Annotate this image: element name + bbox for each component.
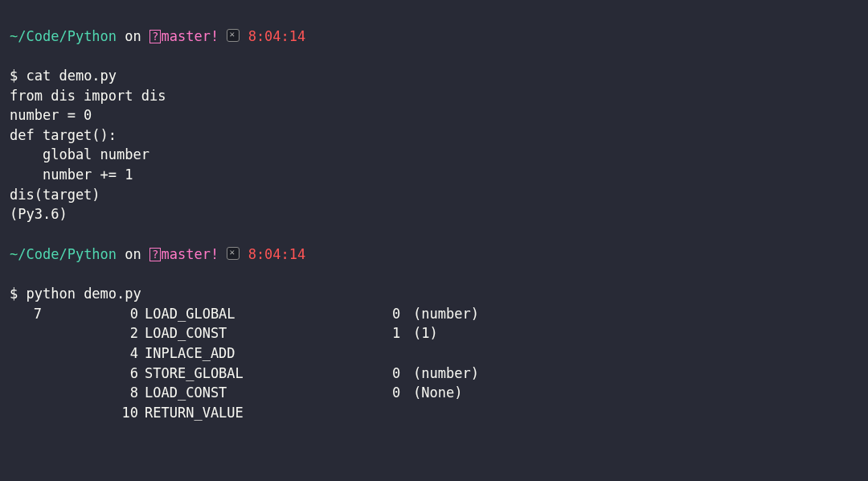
dis-offset: 6 (48, 364, 145, 384)
prompt-time: 8:04:14 (248, 246, 306, 262)
command-text: python demo.py (26, 286, 141, 302)
command-text: cat demo.py (26, 68, 117, 84)
dis-opname: LOAD_GLOBAL (145, 304, 392, 324)
prompt-tilde: ~ (10, 28, 18, 44)
dis-offset: 2 (48, 323, 145, 343)
file-line: dis(target) (10, 185, 858, 205)
branch-status-icon: ? (149, 248, 161, 261)
shell-prompt-1: ~/Code/Python on ?master! 8:04:14 (10, 6, 858, 46)
prompt-dollar: $ (10, 68, 26, 84)
dis-row: 10 RETURN_VALUE (10, 403, 858, 423)
dis-lineno (10, 364, 48, 384)
dis-row: 8 LOAD_CONST 0 (None) (10, 383, 858, 403)
file-line: (Py3.6) (10, 204, 858, 224)
file-line: from dis import dis (10, 86, 858, 106)
prompt-dollar: $ (10, 286, 26, 302)
dis-argval (408, 343, 413, 364)
dis-opname: LOAD_CONST (145, 383, 392, 403)
dis-offset: 10 (48, 403, 145, 423)
prompt-on: on (117, 246, 149, 262)
dis-offset: 0 (48, 304, 145, 324)
clock-icon (227, 247, 240, 260)
dis-offset: 4 (48, 343, 145, 364)
dis-lineno: 7 (10, 304, 48, 324)
dis-arg (392, 343, 408, 364)
dis-arg: 0 (392, 364, 408, 384)
dis-argval: (None) (408, 383, 462, 403)
dis-arg (392, 403, 408, 423)
file-line: def target(): (10, 125, 858, 146)
dis-arg: 1 (392, 323, 408, 343)
dis-lineno (10, 403, 48, 423)
dis-lineno (10, 343, 48, 364)
command-line-2[interactable]: $ python demo.py (10, 264, 858, 303)
dis-argval: (1) (408, 323, 438, 343)
dis-argval: (number) (408, 304, 479, 324)
dis-opname: STORE_GLOBAL (145, 364, 392, 384)
prompt-path: /Code/Python (18, 246, 117, 262)
dis-offset: 8 (48, 383, 145, 403)
branch-status-icon: ? (149, 30, 161, 43)
file-line: number += 1 (10, 165, 858, 185)
dis-row: 7 0 LOAD_GLOBAL 0 (number) (10, 304, 858, 324)
clock-icon (227, 29, 240, 42)
dis-row: 6 STORE_GLOBAL 0 (number) (10, 364, 858, 384)
prompt-time: 8:04:14 (248, 28, 306, 44)
prompt-tilde: ~ (10, 246, 18, 262)
dis-lineno (10, 323, 48, 343)
dis-row: 4 INPLACE_ADD (10, 343, 858, 364)
file-line: number = 0 (10, 105, 858, 125)
git-branch: master (161, 246, 210, 262)
git-dirty-marker: ! (211, 246, 219, 262)
shell-prompt-2: ~/Code/Python on ?master! 8:04:14 (10, 224, 858, 264)
dis-argval: (number) (408, 364, 479, 384)
dis-opname: LOAD_CONST (145, 323, 392, 343)
dis-opname: RETURN_VALUE (145, 403, 392, 423)
file-line: global number (10, 145, 858, 165)
dis-lineno (10, 383, 48, 403)
dis-opname: INPLACE_ADD (145, 343, 392, 364)
prompt-path: /Code/Python (18, 28, 117, 44)
git-branch: master (161, 28, 210, 44)
dis-arg: 0 (392, 383, 408, 403)
prompt-on: on (117, 28, 149, 44)
git-dirty-marker: ! (211, 28, 219, 44)
dis-arg: 0 (392, 304, 408, 324)
dis-argval (408, 403, 413, 423)
command-line-1[interactable]: $ cat demo.py (10, 46, 858, 85)
dis-row: 2 LOAD_CONST 1 (1) (10, 323, 858, 343)
